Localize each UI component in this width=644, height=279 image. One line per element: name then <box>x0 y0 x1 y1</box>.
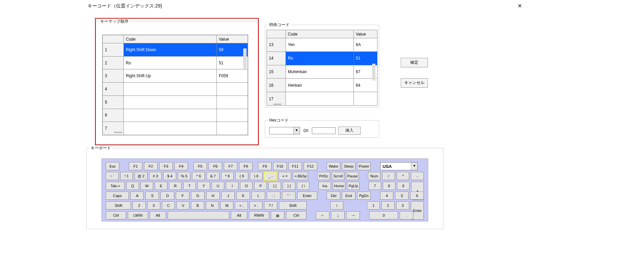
cell-code[interactable]: Henkan <box>286 79 354 92</box>
key-num3[interactable]: 3 <box>396 201 409 210</box>
key-home[interactable]: Home <box>333 182 345 190</box>
key-e[interactable]: E <box>155 182 167 190</box>
arrow-down-icon[interactable]: ↓ <box>331 211 345 219</box>
key-shift-right[interactable]: Shift <box>279 201 307 210</box>
col-code[interactable]: Code <box>124 35 217 43</box>
key-backspace[interactable]: <-BkSp <box>293 172 308 180</box>
cell-code[interactable]: Right Shift Down <box>124 43 217 57</box>
key-ctrl-right[interactable]: Ctrl <box>286 211 306 219</box>
key-6[interactable]: ^ 6 <box>192 172 205 180</box>
key-4[interactable]: $ 4 <box>163 172 176 180</box>
key-s[interactable]: S <box>145 192 159 200</box>
key-numsub[interactable]: - <box>411 172 424 180</box>
key-num1[interactable]: 1 <box>367 201 380 210</box>
key-num9[interactable]: 9 <box>397 182 410 190</box>
key-j[interactable]: J <box>222 192 235 200</box>
key-c[interactable]: C <box>162 201 175 210</box>
key-u[interactable]: U <box>212 182 224 190</box>
key-a[interactable]: A <box>131 192 144 200</box>
key-comma[interactable]: < , <box>235 201 248 210</box>
key-lbracket[interactable]: { [ <box>269 182 281 190</box>
key-equal[interactable]: + = <box>279 172 292 180</box>
key-lwin[interactable]: LWIN <box>128 211 148 219</box>
key-pgup[interactable]: PgUp <box>347 182 360 190</box>
key-numlock[interactable]: Num <box>368 172 381 180</box>
table-row[interactable]: 7 <box>103 122 248 135</box>
key-slash[interactable]: ? / <box>264 201 277 210</box>
key-alt-right[interactable]: Alt <box>231 211 247 219</box>
cell-code[interactable]: Ro <box>124 56 217 69</box>
key-p[interactable]: P <box>254 182 267 190</box>
table-row[interactable]: 17 <box>267 92 377 106</box>
key-end[interactable]: End <box>342 192 355 200</box>
table-row[interactable]: 15 Muhenkan 67 <box>267 65 377 79</box>
resize-handle[interactable] <box>114 132 122 133</box>
key-f12[interactable]: F12 <box>304 162 317 170</box>
key-ctrl-left[interactable]: Ctrl <box>106 211 126 219</box>
key-f[interactable]: F <box>176 192 189 200</box>
key-m[interactable]: M <box>221 201 233 210</box>
cell-value[interactable]: 51 <box>354 51 377 65</box>
table-row[interactable]: 6 <box>103 109 248 122</box>
insert-button[interactable]: 挿入 <box>338 127 361 135</box>
key-semicolon[interactable]: : ; <box>267 192 280 200</box>
cell-value[interactable] <box>217 122 248 135</box>
key-y[interactable]: Y <box>198 182 210 190</box>
key-0[interactable]: ) 0 <box>250 172 263 180</box>
cell-value[interactable] <box>354 92 377 106</box>
key-printscreen[interactable]: PrtSc <box>317 172 330 180</box>
key-pgdn[interactable]: PgDn <box>357 192 371 200</box>
table-row[interactable]: 16 Henkan 64 <box>267 79 377 92</box>
key-num5[interactable]: 5 <box>395 192 409 200</box>
key-scrolllock[interactable]: Scroll <box>332 172 345 180</box>
cell-code[interactable] <box>124 122 217 135</box>
key-8[interactable]: * 8 <box>221 172 234 180</box>
key-numdiv[interactable]: / <box>382 172 395 180</box>
cell-code[interactable] <box>124 109 217 122</box>
key-o[interactable]: O <box>240 182 253 190</box>
key-f11[interactable]: F11 <box>289 162 302 170</box>
col-value[interactable]: Value <box>354 30 377 38</box>
key-delete[interactable]: Del <box>327 192 340 200</box>
key-esc[interactable]: Esc <box>106 162 119 170</box>
key-power[interactable]: Power <box>357 162 371 170</box>
key-insert[interactable]: Ins <box>319 182 331 190</box>
key-f1[interactable]: F1 <box>129 162 142 170</box>
cell-value[interactable] <box>217 95 248 109</box>
table-row[interactable]: 2 Ro 51 <box>103 56 248 69</box>
table-row[interactable]: 3 Right Shift Up F059 <box>103 69 248 83</box>
keymap-order-table[interactable]: Code Value 1 Right Shift Down 59 2 Ro 51 <box>102 35 248 135</box>
cancel-button[interactable]: キャンセル <box>401 78 428 88</box>
key-2[interactable]: @ 2 <box>135 172 147 180</box>
key-f4[interactable]: F4 <box>175 162 188 170</box>
close-icon[interactable]: ✕ <box>515 3 524 9</box>
key-period[interactable]: > . <box>250 201 262 210</box>
key-f7[interactable]: F7 <box>224 162 237 170</box>
cell-code[interactable]: Muhenkan <box>286 65 354 79</box>
arrow-right-icon[interactable]: → <box>346 211 360 219</box>
col-code[interactable]: Code <box>286 30 354 38</box>
resize-handle[interactable] <box>273 104 281 105</box>
key-q[interactable]: Q <box>127 182 139 190</box>
table-row[interactable]: 4 <box>103 83 248 96</box>
key-rbracket[interactable]: } ] <box>283 182 295 190</box>
key-num6[interactable]: 6 <box>410 192 424 200</box>
cell-code[interactable] <box>124 95 217 109</box>
cell-code[interactable] <box>124 83 217 96</box>
key-f5[interactable]: F5 <box>193 162 207 170</box>
key-n[interactable]: N <box>206 201 219 210</box>
key-rwin[interactable]: RWIN <box>249 211 269 219</box>
key-f9[interactable]: F9 <box>258 162 272 170</box>
key-f2[interactable]: F2 <box>144 162 158 170</box>
key-num2[interactable]: 2 <box>382 201 394 210</box>
scrollbar[interactable] <box>243 48 247 69</box>
arrow-up-icon[interactable]: ↑ <box>330 201 343 210</box>
table-row[interactable]: 14 Ro 51 <box>267 51 377 65</box>
key-backslash[interactable]: | \ <box>297 182 309 190</box>
key-shift-left[interactable]: Shift <box>106 201 131 210</box>
cell-value[interactable] <box>217 83 248 96</box>
key-space[interactable] <box>168 211 229 219</box>
key-grave[interactable]: ~ ` <box>106 172 119 180</box>
cell-code[interactable] <box>286 92 354 106</box>
key-3[interactable]: # 3 <box>149 172 162 180</box>
